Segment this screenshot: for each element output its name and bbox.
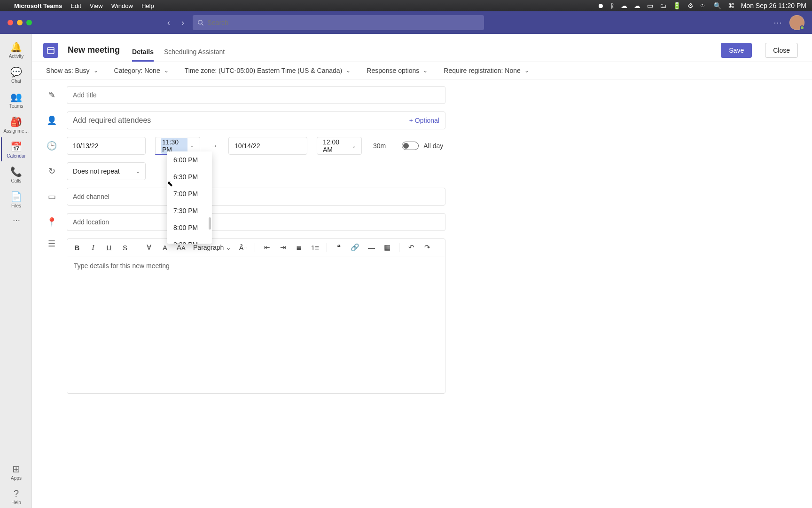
link-button[interactable]: 🔗 (351, 243, 359, 252)
folder-icon[interactable]: 🗂 (660, 2, 666, 9)
mac-clock[interactable]: Mon Sep 26 11:20 PM (741, 2, 806, 9)
paragraph-dropdown[interactable]: Paragraph ⌄ (193, 244, 231, 251)
close-button[interactable]: Close (765, 43, 798, 58)
minimize-window-icon[interactable] (17, 20, 23, 25)
repeat-dropdown[interactable]: Does not repeat⌄ (67, 162, 146, 180)
rail-help[interactable]: ? Help (1, 484, 31, 508)
show-as-dropdown[interactable]: Show as: Busy⌄ (46, 67, 98, 74)
menu-window[interactable]: Window (111, 2, 133, 9)
rail-calls[interactable]: 📞 Calls (1, 162, 31, 186)
arrow-right-icon: → (210, 142, 219, 150)
mac-status-icons: ⏺ ᛒ ☁︎ ☁︎ ▭ 🗂 🔋 ⚙ ᯤ 🔍 ⌘ Mon Sep 26 11:20… (597, 2, 806, 9)
underline-button[interactable]: U (105, 244, 113, 252)
end-time-field[interactable]: 12:00 AM ⌄ (317, 137, 362, 155)
redo-button[interactable]: ↷ (423, 243, 431, 252)
location-field[interactable]: Add location (67, 213, 445, 231)
table-button[interactable]: ▦ (383, 243, 391, 252)
nav-back-button[interactable]: ‹ (164, 16, 174, 30)
rail-label: Teams (9, 103, 23, 109)
attendees-field[interactable]: Add required attendees + Optional (67, 111, 445, 129)
response-options-dropdown[interactable]: Response options⌄ (367, 67, 428, 74)
app-name[interactable]: Microsoft Teams (14, 2, 62, 9)
strike-button[interactable]: S (121, 244, 129, 252)
start-time-dropdown: 6:00 PM 6:30 PM 7:00 PM 7:30 PM 8:00 PM … (167, 151, 212, 244)
time-option[interactable]: 6:00 PM (167, 151, 212, 168)
rail-files[interactable]: 📄 Files (1, 187, 31, 211)
bullet-list-button[interactable]: ≣ (295, 243, 303, 252)
rail-calendar[interactable]: 📅 Calendar (1, 137, 31, 161)
time-option[interactable]: 8:30 PM (167, 236, 212, 244)
menu-help[interactable]: Help (141, 2, 154, 9)
add-optional-link[interactable]: + Optional (409, 117, 439, 124)
clock-icon: 🕒 (46, 141, 57, 151)
highlight-button[interactable]: ∀ (145, 243, 153, 252)
meeting-form: ✎ 👤 Add required attendees + Optional 🕒 … (32, 79, 812, 408)
bluetooth-icon[interactable]: ᛒ (610, 2, 614, 9)
control-center-icon[interactable]: ⌘ (728, 2, 734, 9)
rail-label: Calendar (7, 153, 26, 159)
menu-edit[interactable]: Edit (70, 2, 81, 9)
rail-apps[interactable]: ⊞ Apps (1, 460, 31, 484)
wifi-icon[interactable]: ᯤ (700, 2, 707, 9)
editor-textarea[interactable]: Type details for this new meeting (67, 256, 445, 275)
close-window-icon[interactable] (8, 20, 13, 25)
number-list-button[interactable]: 1≡ (311, 244, 319, 252)
clear-format-button[interactable]: Aི (239, 244, 247, 252)
undo-button[interactable]: ↶ (407, 243, 415, 252)
search-box[interactable] (193, 15, 484, 30)
time-option[interactable]: 8:00 PM (167, 219, 212, 236)
window-controls (8, 20, 32, 25)
start-date-field[interactable]: 10/13/22 (67, 137, 146, 155)
font-size-button[interactable]: Aᴀ (177, 243, 186, 252)
end-date-field[interactable]: 10/14/22 (228, 137, 307, 155)
time-option[interactable]: 7:00 PM (167, 185, 212, 202)
rail-activity[interactable]: 🔔 Activity (1, 38, 31, 62)
search-input[interactable] (208, 19, 480, 26)
save-button[interactable]: Save (721, 43, 752, 58)
person-icon: 👤 (46, 115, 57, 126)
rail-chat[interactable]: 💬 Chat (1, 63, 31, 87)
scrollbar-thumb[interactable] (209, 217, 211, 230)
tab-details[interactable]: Details (132, 48, 154, 62)
tab-scheduling-assistant[interactable]: Scheduling Assistant (164, 48, 225, 62)
apps-icon: ⊞ (12, 463, 20, 475)
user-avatar[interactable] (789, 15, 804, 30)
record-icon[interactable]: ⏺ (597, 2, 604, 9)
hr-button[interactable]: — (367, 244, 375, 252)
quote-button[interactable]: ❝ (335, 243, 343, 252)
time-option[interactable]: 7:30 PM (167, 202, 212, 219)
title-input[interactable] (73, 91, 439, 99)
rail-assignments[interactable]: 🎒 Assignme… (1, 112, 31, 136)
rail-more[interactable]: ⋯ (1, 212, 31, 229)
italic-button[interactable]: I (89, 244, 97, 252)
title-field[interactable] (67, 86, 445, 104)
page-title: New meeting (68, 45, 120, 55)
indent-button[interactable]: ⇥ (279, 243, 287, 252)
menu-view[interactable]: View (90, 2, 103, 9)
editor-placeholder: Type details for this new meeting (74, 262, 170, 270)
timezone-dropdown[interactable]: Time zone: (UTC-05:00) Eastern Time (US … (185, 67, 351, 74)
rail-label: Activity (9, 54, 24, 59)
description-editor: B I U S ∀ A Aᴀ Paragraph ⌄ Aི ⇤ ⇥ ≣ (67, 238, 445, 394)
mission-control-icon[interactable]: ▭ (647, 2, 653, 9)
cloud-icon[interactable]: ☁︎ (621, 2, 627, 9)
content: New meeting Details Scheduling Assistant… (32, 34, 812, 508)
channel-field[interactable]: Add channel (67, 188, 445, 206)
chevron-down-icon: ⌄ (226, 244, 231, 251)
all-day-toggle[interactable] (402, 142, 419, 150)
more-menu-icon[interactable]: ⋯ (773, 17, 782, 28)
rail-teams[interactable]: 👥 Teams (1, 87, 31, 111)
battery-icon[interactable]: 🔋 (673, 2, 681, 9)
toggles-icon[interactable]: ⚙ (687, 2, 694, 9)
rail-label: Apps (11, 476, 22, 481)
font-color-button[interactable]: A (161, 244, 169, 252)
time-option[interactable]: 6:30 PM (167, 168, 212, 185)
spotlight-icon[interactable]: 🔍 (713, 2, 721, 9)
cloud2-icon[interactable]: ☁︎ (634, 2, 640, 9)
registration-dropdown[interactable]: Require registration: None⌄ (444, 67, 529, 74)
bold-button[interactable]: B (73, 244, 81, 252)
nav-forward-button[interactable]: › (178, 16, 188, 30)
category-dropdown[interactable]: Category: None⌄ (114, 67, 169, 74)
maximize-window-icon[interactable] (26, 20, 32, 25)
outdent-button[interactable]: ⇤ (263, 243, 271, 252)
